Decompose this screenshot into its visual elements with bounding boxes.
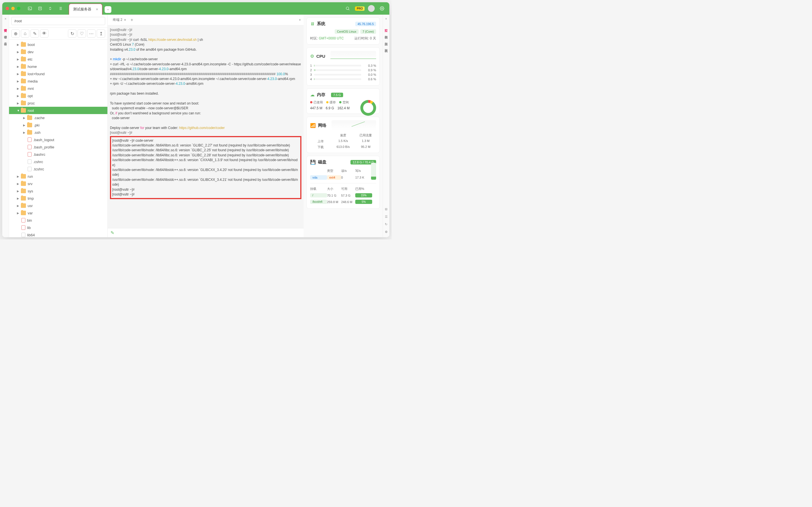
- menu-icon[interactable]: ☰: [385, 215, 388, 219]
- rail-monitor[interactable]: 监控: [384, 25, 388, 27]
- tree-item-.cshrc[interactable]: .cshrc: [9, 158, 107, 165]
- locate-button[interactable]: ⊕: [11, 29, 20, 38]
- tree-item-mnt[interactable]: ▶mnt: [9, 85, 107, 92]
- tree-item-.ssh[interactable]: ▶.ssh: [9, 129, 107, 136]
- monitor-panel: 🖥 系统 45.76.196.5 CentOS Linux 7 (Core) 时…: [304, 15, 383, 237]
- tree-item-bin[interactable]: bin: [9, 217, 107, 224]
- tree-item-.bashrc[interactable]: .bashrc: [9, 151, 107, 158]
- terminal-output[interactable]: [root@vultr ~]#[root@vultr ~]#[root@vult…: [108, 25, 304, 228]
- tree-item-media[interactable]: ▶media: [9, 77, 107, 85]
- rail-history[interactable]: 历史命令: [3, 39, 8, 41]
- tree-item-dev[interactable]: ▶dev: [9, 48, 107, 55]
- path-input[interactable]: [11, 17, 105, 25]
- maximize-window-button[interactable]: [17, 7, 20, 10]
- os-badge: CentOS Linux: [335, 29, 358, 34]
- tree-item-.bash_logout[interactable]: .bash_logout: [9, 136, 107, 144]
- terminal-tab-label: 终端 2: [113, 17, 122, 22]
- snippet-icon[interactable]: [36, 4, 44, 12]
- rail-command-manager[interactable]: 命令管理: [3, 32, 8, 34]
- tab-dropdown-button[interactable]: [105, 6, 111, 13]
- tab-title: 测试服务器: [73, 7, 91, 12]
- terminal-icon[interactable]: [26, 4, 34, 12]
- home-button[interactable]: ⌂: [21, 29, 29, 38]
- avatar[interactable]: [368, 5, 375, 12]
- terminal-tab-close[interactable]: ×: [124, 18, 126, 22]
- disk-chart: [371, 163, 376, 180]
- tree-item-.pki[interactable]: ▶.pki: [9, 121, 107, 129]
- tree-item-usr[interactable]: ▶usr: [9, 202, 107, 209]
- left-rail-close[interactable]: ×: [4, 17, 6, 21]
- file-tree: ▶boot▶dev▶etc▶home▶lost+found▶media▶mnt▶…: [9, 40, 107, 237]
- rail-bookmarks[interactable]: 书签列表: [384, 32, 388, 34]
- view-button[interactable]: 👁: [40, 29, 49, 38]
- memory-badge: 7.5 G: [331, 93, 343, 97]
- disk-icon: 💾: [310, 159, 316, 165]
- close-window-button[interactable]: [6, 7, 9, 10]
- network-card: 📶 网络 速度已用流量上传1.5 K/s1.3 M下载613.0 B/s95.2…: [306, 117, 380, 153]
- edit-button[interactable]: ✎: [31, 29, 39, 38]
- tree-item-etc[interactable]: ▶etc: [9, 55, 107, 63]
- left-rail: × 文件管理 命令管理 历史命令: [2, 15, 9, 237]
- tree-item-proc[interactable]: ▶proc: [9, 100, 107, 107]
- terminal-tab[interactable]: 终端 2 ×: [110, 16, 128, 23]
- right-rail-close[interactable]: ×: [385, 17, 387, 21]
- tree-item-run[interactable]: ▶run: [9, 173, 107, 180]
- cpu-card: ⚙ CPU 10.3 %20.9 %30.0 %40.6 %: [306, 47, 380, 86]
- cpu-icon: ⚙: [310, 54, 314, 59]
- expand-icon[interactable]: ⊟: [385, 207, 388, 211]
- cpu-title: CPU: [316, 54, 325, 59]
- network-title: 网络: [318, 123, 326, 128]
- transfer-icon[interactable]: [46, 4, 54, 12]
- tree-item-tmp[interactable]: ▶tmp: [9, 194, 107, 202]
- error-highlight: [root@vultr ~]# code-server/usr/lib/code…: [110, 136, 301, 200]
- monitor-icon: 🖥: [310, 21, 315, 26]
- reload-icon[interactable]: ↻: [385, 223, 388, 226]
- tree-item-root[interactable]: ▼root: [9, 107, 107, 114]
- disk-card: 💾 磁盘 12.8 G / 70.4 G 类型读/s写/svdaext4017.…: [306, 156, 380, 209]
- tree-item-lost+found[interactable]: ▶lost+found: [9, 70, 107, 77]
- pen-icon[interactable]: ✎: [110, 230, 114, 235]
- favorite-button[interactable]: ♡: [78, 29, 86, 38]
- server-tab[interactable]: 测试服务器 ×: [69, 4, 102, 15]
- system-title: 系统: [317, 21, 325, 26]
- list-icon[interactable]: [56, 4, 64, 12]
- tree-item-sys[interactable]: ▶sys: [9, 187, 107, 194]
- minimize-window-button[interactable]: [11, 7, 15, 10]
- terminal-add-button[interactable]: +: [131, 17, 133, 22]
- tree-item-.bash_profile[interactable]: .bash_profile: [9, 144, 107, 151]
- tree-item-boot[interactable]: ▶boot: [9, 41, 107, 48]
- tree-item-lib64[interactable]: lib64: [9, 231, 107, 237]
- terminal-panel-close[interactable]: ×: [299, 18, 301, 22]
- settings-icon[interactable]: [378, 4, 386, 12]
- memory-card: ☁ 内存 7.5 G 已使用缓存空闲 447.5 M6.9 G162.4 M: [306, 89, 380, 114]
- tree-item-home[interactable]: ▶home: [9, 63, 107, 70]
- svg-rect-0: [28, 7, 32, 10]
- tree-item-opt[interactable]: ▶opt: [9, 92, 107, 100]
- search-icon[interactable]: [344, 4, 352, 12]
- tz-value: GMT+0000 UTC: [319, 36, 344, 40]
- pro-badge: PRO: [355, 6, 364, 11]
- tree-item-lib[interactable]: lib: [9, 224, 107, 231]
- svg-point-3: [382, 8, 383, 9]
- rail-file-manager[interactable]: 文件管理: [3, 25, 8, 27]
- tz-label: 时区:: [310, 36, 318, 40]
- rail-uploads[interactable]: 上传列表: [384, 39, 388, 41]
- uptime-label: 运行时间:: [354, 36, 369, 40]
- refresh-button[interactable]: ↻: [68, 29, 77, 38]
- memory-chart: [360, 100, 376, 116]
- ip-badge: 45.76.196.5: [355, 22, 376, 26]
- core-badge: 7 (Core): [360, 29, 376, 34]
- tree-item-.tcshrc[interactable]: .tcshrc: [9, 165, 107, 173]
- more-button[interactable]: ⋯: [87, 29, 96, 38]
- titlebar: 测试服务器 × PRO: [2, 2, 389, 15]
- file-toolbar: ⊕ ⌂ ✎ 👁 ↻ ♡ ⋯ ↥: [9, 27, 107, 40]
- upload-button[interactable]: ↥: [97, 29, 105, 38]
- tree-item-.cache[interactable]: ▶.cache: [9, 114, 107, 121]
- tree-item-srv[interactable]: ▶srv: [9, 180, 107, 187]
- system-card: 🖥 系统 45.76.196.5 CentOS Linux 7 (Core) 时…: [306, 17, 380, 45]
- tree-item-var[interactable]: ▶var: [9, 209, 107, 217]
- uptime-value: 0 天: [370, 36, 376, 40]
- rail-downloads[interactable]: 下载列表: [384, 46, 388, 48]
- gear-icon[interactable]: ⚙: [385, 230, 388, 234]
- tab-close-icon[interactable]: ×: [96, 7, 98, 11]
